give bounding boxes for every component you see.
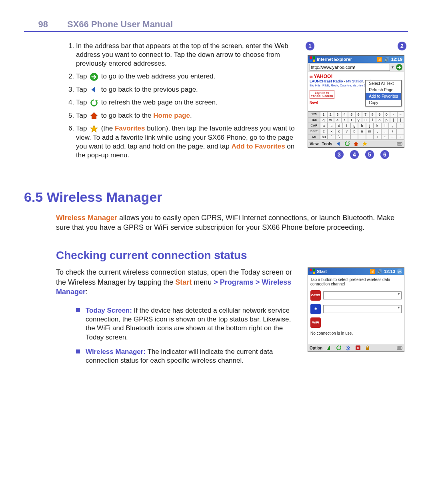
kbd-key[interactable]: ↑ — [381, 134, 389, 140]
kbd-key[interactable]: = — [397, 112, 404, 117]
kbd-key[interactable] — [343, 134, 350, 140]
kbd-key[interactable]: c — [335, 129, 343, 134]
instruction-text: Tap — [76, 98, 89, 106]
kbd-key[interactable]: 4 — [341, 112, 348, 117]
kbd-key[interactable]: w — [327, 117, 334, 123]
toolbar-keyboard-icon[interactable] — [397, 141, 402, 147]
kbd-key[interactable]: s — [328, 123, 335, 129]
dropdown-icon[interactable]: ▼ — [390, 65, 395, 69]
footer-keyboard-icon[interactable] — [397, 345, 402, 351]
kbd-key[interactable]: , — [374, 129, 381, 134]
kbd-key[interactable]: q — [320, 117, 327, 123]
kbd-key[interactable]: 9 — [376, 112, 383, 117]
kbd-key[interactable]: z — [320, 129, 328, 134]
kbd-key[interactable]: 6 — [355, 112, 362, 117]
kbd-key[interactable]: h — [358, 123, 366, 129]
today-screen-label: Today Screen: — [86, 307, 132, 314]
footer-signal-icon[interactable] — [326, 345, 332, 351]
kbd-key[interactable]: Ctl — [308, 134, 320, 140]
figure-internet-explorer: 1 2 Internet Explorer 📶 🔊 12:19 ▼ — [304, 42, 408, 161]
footer-refresh-icon[interactable] — [336, 345, 342, 351]
kbd-key[interactable]: ← — [389, 134, 396, 140]
kbd-key[interactable]: 8 — [369, 112, 376, 117]
kbd-key[interactable]: u — [362, 117, 369, 123]
kbd-key[interactable]: x — [328, 129, 335, 134]
kbd-key[interactable]: Shift — [308, 129, 320, 134]
kbd-key[interactable]: ] — [397, 117, 404, 123]
kbd-key[interactable]: 2 — [327, 112, 334, 117]
kbd-key[interactable]: 123 — [308, 112, 320, 117]
url-input[interactable] — [310, 64, 390, 71]
kbd-key[interactable]: v — [343, 129, 350, 134]
go-button-icon[interactable] — [396, 64, 402, 70]
kbd-key[interactable]: o — [376, 117, 383, 123]
view-menu[interactable]: View — [310, 142, 319, 146]
kbd-key[interactable] — [358, 134, 366, 140]
gprs-select[interactable] — [323, 291, 402, 299]
kbd-key[interactable]: b — [350, 129, 358, 134]
kbd-key[interactable]: a — [320, 123, 328, 129]
ctx-select-all[interactable]: Select All Text — [366, 80, 401, 87]
kbd-key[interactable]: . — [381, 129, 389, 134]
context-menu: Select All Text Refresh Page Add to Favo… — [365, 80, 402, 106]
kbd-key[interactable]: p — [383, 117, 390, 123]
instruction-text: Tap — [76, 112, 89, 119]
kbd-key[interactable]: j — [366, 123, 374, 129]
instruction-text: Tap — [76, 86, 89, 93]
kbd-key[interactable]: \ — [335, 134, 343, 140]
window-title: Start — [317, 269, 327, 274]
kbd-key[interactable]: áü — [320, 134, 328, 140]
kbd-key[interactable]: r — [341, 117, 348, 123]
footer-bluetooth-icon[interactable] — [346, 345, 351, 351]
kbd-key[interactable]: - — [390, 112, 397, 117]
kbd-key[interactable]: i — [369, 117, 376, 123]
kbd-key[interactable]: m — [366, 129, 374, 134]
kbd-key[interactable] — [350, 134, 358, 140]
toolbar-favorites-icon[interactable] — [362, 141, 368, 147]
ok-button-icon[interactable]: ok — [397, 269, 402, 274]
kbd-key[interactable]: ` — [328, 134, 335, 140]
toolbar-home-icon[interactable] — [353, 141, 359, 147]
footer-gprs-icon[interactable]: G — [355, 345, 361, 351]
kbd-key[interactable]: / — [389, 129, 396, 134]
wifi-icon[interactable]: WiFi — [310, 317, 321, 328]
kbd-key[interactable]: [ — [390, 117, 397, 123]
footer-lock-icon[interactable] — [365, 345, 370, 351]
kbd-key[interactable]: n — [358, 129, 366, 134]
kbd-key[interactable] — [366, 134, 374, 140]
kbd-key[interactable]: ↓ — [374, 134, 381, 140]
instruction-text: Tap — [76, 124, 89, 132]
window-title: Internet Explorer — [317, 57, 352, 62]
kbd-key[interactable]: 1 — [320, 112, 327, 117]
kbd-key[interactable]: g — [350, 123, 358, 129]
ctx-copy[interactable]: Copy — [366, 100, 401, 106]
gprs-icon[interactable]: GPRS — [310, 290, 321, 301]
kbd-key[interactable]: y — [355, 117, 362, 123]
kbd-key[interactable] — [396, 129, 404, 134]
kbd-row: Shiftzxcvbnm,./ — [308, 129, 404, 134]
kbd-key[interactable]: 5 — [348, 112, 355, 117]
ctx-refresh[interactable]: Refresh Page — [366, 87, 401, 93]
ctx-add-favorites[interactable]: Add to Favorites — [366, 93, 401, 100]
kbd-key[interactable]: Tab — [308, 117, 320, 123]
kbd-key[interactable]: ; — [389, 123, 396, 129]
kbd-key[interactable]: 7 — [362, 112, 369, 117]
bluetooth-icon[interactable]: ✱ — [310, 304, 321, 314]
bluetooth-select[interactable] — [323, 305, 402, 313]
address-bar: ▼ — [308, 63, 404, 72]
kbd-key[interactable]: 3 — [334, 112, 341, 117]
kbd-key[interactable]: f — [343, 123, 350, 129]
kbd-key[interactable]: e — [334, 117, 341, 123]
tools-menu[interactable]: Tools — [322, 142, 332, 146]
kbd-key[interactable]: d — [335, 123, 343, 129]
kbd-key[interactable]: ' — [396, 123, 404, 129]
toolbar-refresh-icon[interactable] — [344, 141, 350, 147]
kbd-key[interactable]: → — [396, 134, 404, 140]
kbd-key[interactable]: CAP — [308, 123, 320, 129]
kbd-key[interactable]: l — [381, 123, 389, 129]
toolbar-back-icon[interactable] — [336, 141, 341, 147]
kbd-key[interactable]: t — [348, 117, 355, 123]
option-menu[interactable]: Option — [310, 346, 322, 350]
kbd-key[interactable]: k — [374, 123, 381, 129]
kbd-key[interactable]: 0 — [383, 112, 390, 117]
